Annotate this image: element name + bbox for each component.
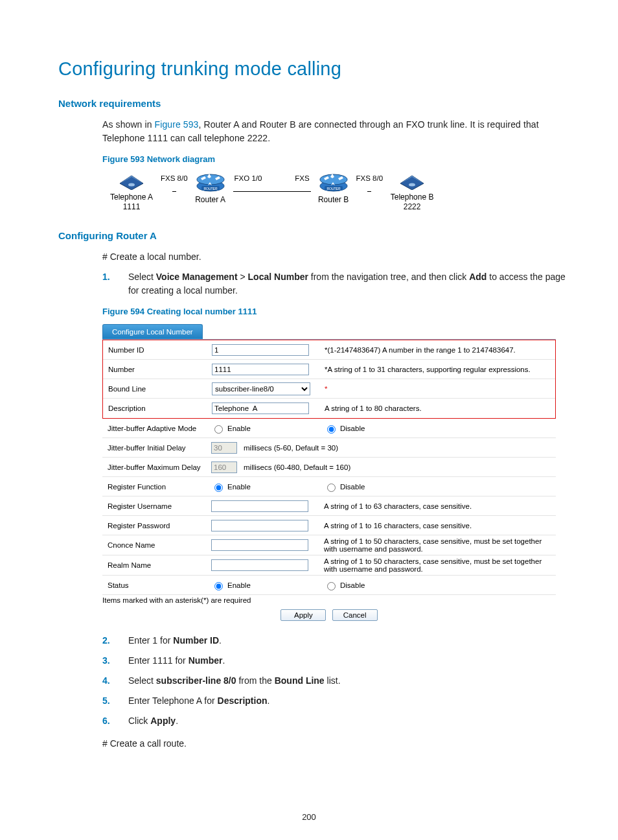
input-cnonce[interactable] [211,539,308,551]
port-fxs-b: FXS [295,174,309,182]
highlighted-fields-box: Number ID *(1-2147483647) A number in th… [102,340,556,419]
input-number[interactable] [212,364,309,375]
radio-reg-fn-disable[interactable] [327,484,336,492]
trunk-segment: FXO 1/0 FXS [233,170,311,205]
input-description[interactable] [212,402,309,414]
input-jb-max [211,461,237,473]
step-number: 6. [102,714,110,728]
radio-reg-fn-enable[interactable] [214,484,223,492]
label-bound-line: Bound Line [108,385,212,393]
help-reg-user: A string of 1 to 63 characters, case sen… [315,502,551,510]
hash-create-local-number: # Create a local number. [102,250,566,264]
svg-text:ROUTER: ROUTER [326,187,341,191]
label-reg-user: Register Username [108,502,211,510]
row-cnonce-name: Cnonce Name A string of 1 to 50 characte… [102,535,556,555]
select-bound-line[interactable]: subscriber-line8/0 [212,382,310,395]
figure-593-caption: Figure 593 Network diagram [102,154,566,164]
step-4: 4. Select subscriber-line 8/0 from the B… [122,674,566,688]
row-number: Number *A string of 1 to 31 characters, … [103,360,555,379]
radio-jb-mode-enable[interactable] [214,425,223,434]
input-jb-init [211,442,237,454]
help-cnonce: A string of 1 to 50 characters, case sen… [315,537,551,553]
radio-status-disable[interactable] [327,582,336,590]
input-reg-pass[interactable] [211,520,308,531]
phone-icon [398,170,426,190]
help-realm: A string of 1 to 50 characters, case sen… [315,557,551,573]
form-required-note: Items marked with an asterisk(*) are req… [102,596,556,604]
figure-594-caption: Figure 594 Creating local number 1111 [102,307,566,316]
row-register-username: Register Username A string of 1 to 63 ch… [102,496,556,516]
label-jb-max: Jitter-buffer Maximum Delay [108,463,211,471]
label-cnonce: Cnonce Name [108,541,211,549]
router-icon: ROUTER [319,170,349,192]
step-2: 2. Enter 1 for Number ID. [122,634,566,648]
label-reg-pass: Register Password [108,522,211,530]
phone-icon [117,170,146,190]
phone-a-label: Telephone A [110,192,153,202]
help-number-id: *(1-2147483647) A number in the range 1 … [315,346,550,354]
step-number: 2. [102,634,110,648]
help-number: *A string of 1 to 31 characters, support… [315,366,550,373]
row-number-id: Number ID *(1-2147483647) A number in th… [103,340,555,360]
step-number: 3. [102,654,110,668]
row-register-function: Register Function Enable Disable [102,477,556,496]
row-status: Status Enable Disable [102,576,556,595]
input-reg-user[interactable] [211,500,308,512]
row-register-password: Register Password A string of 1 to 16 ch… [102,516,556,535]
node-router-b: ROUTER Router B [311,170,356,205]
step-number: 5. [102,694,110,708]
node-telephone-b: Telephone B 2222 [383,170,441,212]
port-fxo10: FXO 1/0 [235,174,262,182]
row-realm-name: Realm Name A string of 1 to 50 character… [102,555,556,576]
cancel-button[interactable]: Cancel [332,609,378,621]
step-number: 4. [102,674,110,688]
section-network-requirements: Network requirements [58,98,566,109]
radio-jb-mode-disable[interactable] [327,425,336,434]
page-number: 200 [0,812,618,822]
step-6: 6. Click Apply. [122,714,566,728]
intro-text-1: As shown in [102,119,155,130]
label-status: Status [108,581,211,589]
router-a-label: Router A [195,195,225,205]
step-3: 3. Enter 1111 for Number. [122,654,566,668]
phone-b-number: 2222 [404,202,421,211]
intro-paragraph: As shown in Figure 593, Router A and Rou… [58,118,566,145]
phone-b-label: Telephone B [391,192,434,202]
label-description: Description [108,404,212,412]
node-telephone-a: Telephone A 1111 [102,170,161,212]
help-reg-pass: A string of 1 to 16 characters, case sen… [315,522,551,530]
phone-a-number: 1111 [123,202,141,211]
step-5: 5. Enter Telephone A for Description. [122,694,566,708]
page-title: Configuring trunking mode calling [58,58,566,80]
help-description: A string of 1 to 80 characters. [315,404,550,412]
apply-button[interactable]: Apply [280,609,326,621]
radio-status-enable[interactable] [214,582,223,590]
step-1: 1. Select Voice Management > Local Numbe… [122,270,566,298]
section-configuring-router-a: Configuring Router A [58,230,566,241]
step-number: 1. [102,270,110,284]
label-number: Number [108,366,212,373]
row-description: Description A string of 1 to 80 characte… [103,399,555,418]
figure-593-link[interactable]: Figure 593 [155,119,199,130]
tab-configure-local-number[interactable]: Configure Local Number [102,324,203,339]
row-jb-initial-delay: Jitter-buffer Initial Delay millisecs (5… [102,438,556,458]
help-jb-max: millisecs (60-480, Default = 160) [244,463,350,471]
network-diagram: Telephone A 1111 FXS 8/0 ROUTER Router A [102,170,566,212]
node-router-a: ROUTER Router A [188,170,233,205]
router-b-label: Router B [318,195,349,205]
help-bound-line: * [325,385,327,393]
port-fxs80-a: FXS 8/0 [161,170,188,205]
svg-point-13 [409,183,415,187]
input-realm[interactable] [211,559,308,571]
svg-marker-11 [400,176,424,190]
label-number-id: Number ID [108,346,212,354]
svg-marker-0 [120,176,143,190]
row-jb-max-delay: Jitter-buffer Maximum Delay millisecs (6… [102,458,556,477]
row-jb-adaptive-mode: Jitter-buffer Adaptive Mode Enable Disab… [102,419,556,438]
help-jb-init: millisecs (5-60, Default = 30) [244,444,338,452]
input-number-id[interactable] [212,344,309,356]
svg-point-2 [128,183,135,187]
label-jb-mode: Jitter-buffer Adaptive Mode [108,425,211,432]
configure-local-number-form: Configure Local Number Number ID *(1-214… [102,323,556,621]
label-jb-init: Jitter-buffer Initial Delay [108,444,211,452]
